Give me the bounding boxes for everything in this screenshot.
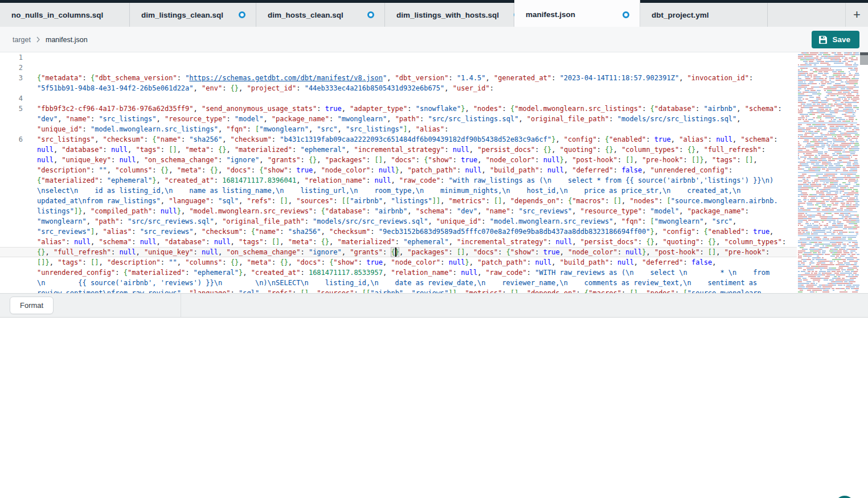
line-number: 1 xyxy=(0,52,23,63)
code-row[interactable]: null, "unique_key": null, "on_schema_cha… xyxy=(0,155,797,165)
code-row[interactable]: "unrendered_config": {"materialized": "e… xyxy=(0,267,797,278)
line-number: 3 xyxy=(0,73,23,83)
code-row[interactable]: "src_reviews"], "alias": "src_reviews", … xyxy=(0,227,797,237)
tab-dim_listings_clean.sql[interactable]: dim_listings_clean.sql xyxy=(130,3,256,27)
scrollbar-thumb[interactable] xyxy=(860,55,868,65)
breadcrumb-file: manifest.json xyxy=(46,36,88,44)
new-tab-button[interactable]: + xyxy=(853,9,861,21)
code-row[interactable]: "5f51bb91-94b8-4e31-94f2-26b5e061d22a", … xyxy=(0,83,797,93)
code-row[interactable]: "mwonglearn", "path": "src/src_reviews.s… xyxy=(0,216,797,227)
line-number: 6 xyxy=(0,134,23,145)
line-number: 2 xyxy=(0,63,23,73)
tab-bar-filler xyxy=(768,3,845,27)
code-editor[interactable]: 123{"metadata": {"dbt_schema_version": "… xyxy=(0,52,868,293)
tab-dbt_project.yml[interactable]: dbt_project.yml xyxy=(640,3,768,27)
code-row[interactable]: listings"]}, "compiled_path": null}, "mo… xyxy=(0,206,797,216)
code-row[interactable]: updated_at\nfrom raw_listings", "languag… xyxy=(0,196,797,206)
code-row[interactable]: 5"fbb9f3c2-cf96-4a17-b736-976a62d35ff9",… xyxy=(0,104,797,114)
text-caret xyxy=(395,248,396,257)
tab-label: dbt_project.yml xyxy=(652,11,709,19)
tab-label: no_nulls_in_columns.sql xyxy=(11,11,103,19)
dbt-ide-window: no_nulls_in_columns.sqldim_listings_clea… xyxy=(0,0,868,498)
unsaved-changes-dot-icon[interactable] xyxy=(239,11,245,18)
code-row[interactable]: "dev", "name": "src_listings", "resource… xyxy=(0,114,797,124)
new-tab-area: + xyxy=(845,3,868,27)
save-button-label: Save xyxy=(832,35,850,44)
unsaved-changes-dot-icon[interactable] xyxy=(367,11,374,18)
footer-divider xyxy=(181,294,181,318)
code-row[interactable]: {"materialized": "ephemeral"}, "created_… xyxy=(0,175,797,186)
code-row[interactable]: "unique_id": "model.mwonglearn.src_listi… xyxy=(0,124,797,134)
tab-list: no_nulls_in_columns.sqldim_listings_clea… xyxy=(0,0,768,27)
tab-dim_listings_with_hosts.sql[interactable]: dim_listings_with_hosts.sql xyxy=(385,3,514,27)
code-row[interactable]: []}, "tags": [], "description": "", "col… xyxy=(0,257,797,267)
editor-tab-bar: no_nulls_in_columns.sqldim_listings_clea… xyxy=(0,0,868,27)
code-row[interactable]: \n {{ source('airbnb', 'reviews') }}\n \… xyxy=(0,278,797,288)
save-button[interactable]: Save xyxy=(812,31,859,48)
editor-scrollbar[interactable] xyxy=(859,52,868,293)
floppy-disk-icon xyxy=(819,36,827,44)
code-row[interactable]: "description": "", "columns": {}, "meta"… xyxy=(0,165,797,175)
code-row[interactable]: {}, "full_refresh": null, "unique_key": … xyxy=(0,247,797,257)
format-button[interactable]: Format xyxy=(10,297,54,314)
line-number: 5 xyxy=(0,104,23,114)
code-row[interactable]: 2 xyxy=(0,63,797,73)
code-row[interactable]: review_sentiment\nfrom raw_reviews", "la… xyxy=(0,288,797,293)
tab-label: manifest.json xyxy=(526,10,575,19)
file-path-bar: target manifest.json Save xyxy=(0,27,868,52)
tab-dim_hosts_clean.sql[interactable]: dim_hosts_clean.sql xyxy=(256,3,385,27)
tab-label: dim_hosts_clean.sql xyxy=(268,11,343,19)
tab-label: dim_listings_clean.sql xyxy=(141,11,223,19)
line-number: 4 xyxy=(0,93,23,104)
tab-no_nulls_in_columns.sql[interactable]: no_nulls_in_columns.sql xyxy=(0,3,130,27)
unsaved-changes-dot-icon[interactable] xyxy=(623,11,629,18)
breadcrumb-folder: target xyxy=(13,36,31,44)
code-row[interactable]: 6"src_listings", "checksum": {"name": "s… xyxy=(0,134,797,145)
minimap[interactable] xyxy=(797,52,859,293)
results-pane xyxy=(0,317,868,498)
breadcrumb: target manifest.json xyxy=(13,27,88,52)
code-row[interactable]: \nselect\n id as listing_id,\n name as l… xyxy=(0,186,797,196)
code-row[interactable]: 4 xyxy=(0,93,797,104)
editor-footer-bar: Format xyxy=(0,293,868,317)
code-row[interactable]: 3{"metadata": {"dbt_schema_version": "ht… xyxy=(0,73,797,83)
tab-label: dim_listings_with_hosts.sql xyxy=(396,11,499,19)
code-row[interactable]: 1 xyxy=(0,52,797,63)
code-row[interactable]: null, "database": null, "tags": [], "met… xyxy=(0,145,797,155)
code-row[interactable]: "alias": null, "schema": null, "database… xyxy=(0,237,797,247)
chevron-right-icon xyxy=(36,36,40,43)
tab-manifest.json[interactable]: manifest.json xyxy=(514,0,640,27)
code-content[interactable]: 123{"metadata": {"dbt_schema_version": "… xyxy=(0,52,797,293)
